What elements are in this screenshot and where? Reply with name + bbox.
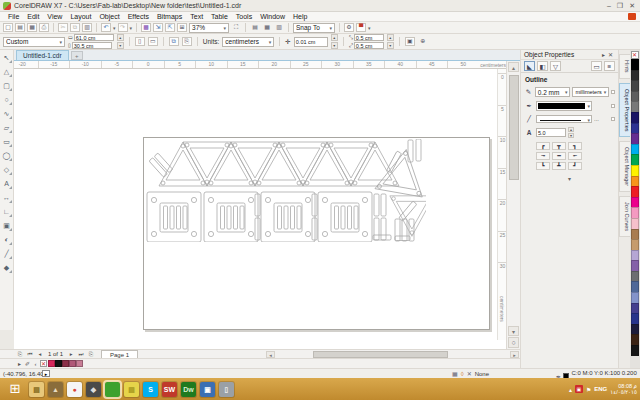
color-swatch[interactable] <box>62 360 69 367</box>
corner-style-button[interactable]: ╾ <box>568 152 582 160</box>
all-pages-button[interactable]: ⧉ <box>169 37 179 46</box>
menu-effects[interactable]: Effects <box>124 13 153 20</box>
tool-crop[interactable]: ▢ <box>1 80 12 91</box>
row-option-checkbox[interactable] <box>611 104 615 108</box>
scroll-down-arrow[interactable]: ▾ <box>508 326 519 336</box>
add-page-icon[interactable]: ⎘ <box>16 351 24 358</box>
taskbar-app-skype[interactable]: S <box>143 382 158 397</box>
search-content-button[interactable]: ▩ <box>141 23 151 32</box>
tool-freehand[interactable]: ∿ <box>1 108 12 119</box>
vertical-scroll-thumb[interactable] <box>509 75 519 180</box>
duplicate-y-field[interactable]: 0.5 cm <box>354 42 384 49</box>
color-swatch[interactable] <box>631 218 639 229</box>
save-button[interactable]: ▦ <box>27 23 37 32</box>
prev-page-button[interactable]: ◂ <box>36 351 44 357</box>
palette-scroll-left[interactable]: ‹ <box>32 361 39 367</box>
taskbar-app-chrome[interactable]: ● <box>67 382 82 397</box>
docker-expand-arrow[interactable]: ▾ <box>521 172 618 182</box>
color-swatch[interactable] <box>55 360 62 367</box>
taskbar-app-sticky-notes[interactable]: ▤ <box>124 382 139 397</box>
new-tab-button[interactable]: + <box>71 51 83 60</box>
menu-edit[interactable]: Edit <box>23 13 43 20</box>
tool-text[interactable]: A <box>1 178 12 189</box>
docker-tab-hints[interactable]: Hints <box>619 54 630 79</box>
antivirus-tray-icon[interactable]: ▣ <box>575 385 583 393</box>
row-option-checkbox[interactable] <box>611 90 615 94</box>
paste-button[interactable]: ▥ <box>82 23 92 32</box>
outline-tab-icon[interactable]: ◣ <box>524 61 535 71</box>
tool-ellipse[interactable]: ◯ <box>1 150 12 161</box>
add-page-after-icon[interactable]: ⎘ <box>87 351 95 358</box>
options-button[interactable]: ⚙ <box>344 23 354 32</box>
nudge-spin-down[interactable]: ▾ <box>331 42 338 49</box>
menu-bitmaps[interactable]: Bitmaps <box>153 13 186 20</box>
color-swatch[interactable] <box>631 292 639 303</box>
add-button[interactable]: ⊕ <box>418 37 428 46</box>
treat-as-filled-button[interactable]: ▣ <box>405 37 415 46</box>
docker-tab-join-curves[interactable]: Join Curves <box>619 196 630 237</box>
tool-shape[interactable]: △ <box>1 66 12 77</box>
color-swatch[interactable] <box>631 91 639 102</box>
next-page-button[interactable]: ▸ <box>67 351 75 357</box>
page-size-preset-combo[interactable]: Custom▾ <box>3 37 65 47</box>
color-swatch[interactable] <box>631 271 639 282</box>
page-height-field[interactable]: 30.5 cm <box>72 42 112 49</box>
document-tab[interactable]: Untitled-1.cdr <box>16 50 69 60</box>
horizontal-scroll-thumb[interactable] <box>313 351 448 358</box>
menu-window[interactable]: Window <box>256 13 289 20</box>
color-swatch[interactable] <box>631 176 639 187</box>
new-document-button[interactable]: ▢ <box>3 23 13 32</box>
taskbar-app-coreldraw[interactable] <box>105 382 120 397</box>
outline-width-combo[interactable]: 0.2 mm▾ <box>535 87 571 97</box>
snap-to-dropdown[interactable]: Snap To▾ <box>293 23 335 33</box>
tool-connector[interactable]: ∟ <box>1 206 12 217</box>
color-swatch[interactable] <box>631 239 639 250</box>
miter-limit-field[interactable]: 5.0 <box>536 128 566 137</box>
copy-button[interactable]: ⧉ <box>70 23 80 32</box>
first-page-button[interactable]: ⏮ <box>26 351 34 358</box>
menu-table[interactable]: Table <box>207 13 232 20</box>
duplicate-spin-up[interactable]: ▴ <box>387 34 394 41</box>
color-swatch[interactable] <box>631 133 639 144</box>
export-button[interactable]: ⇱ <box>165 23 175 32</box>
docker-close-button[interactable]: ✕ <box>608 51 613 58</box>
taskbar-app-file-explorer[interactable]: ▤ <box>29 382 44 397</box>
color-swatch[interactable] <box>631 207 639 218</box>
taskbar-app-inkscape[interactable]: ◆ <box>86 382 101 397</box>
summary-tab-icon[interactable]: ≡ <box>604 61 615 71</box>
line-style-combo[interactable]: ▾ <box>536 115 592 123</box>
color-swatch[interactable] <box>76 360 83 367</box>
color-swatch[interactable] <box>48 360 55 367</box>
nudge-field[interactable]: 0.01 cm <box>294 37 328 47</box>
vertical-scrollbar[interactable]: ▴ ▾ ○ <box>506 61 520 349</box>
frame-tab-icon[interactable]: ▭ <box>591 61 602 71</box>
palette-flyout-arrow[interactable]: ▸ <box>16 360 23 367</box>
eyedropper-icon[interactable]: ✐ <box>24 360 31 367</box>
color-swatch[interactable] <box>69 360 76 367</box>
color-swatch[interactable] <box>631 334 639 345</box>
application-launcher-button[interactable]: ⊞ <box>177 23 187 32</box>
hidden-icons-button[interactable]: ▴ <box>569 386 572 393</box>
docker-tab-object-properties[interactable]: Object Properties <box>619 83 630 138</box>
corner-style-button[interactable]: ┓ <box>568 142 582 150</box>
tool-parallel-dimension[interactable]: ↔ <box>1 192 12 203</box>
color-swatch[interactable] <box>631 260 639 271</box>
show-grid-button[interactable]: ▦ <box>262 23 272 32</box>
page-tab[interactable]: Page 1 <box>101 350 138 358</box>
color-swatch[interactable] <box>631 229 639 240</box>
duplicate-spin-down[interactable]: ▾ <box>387 42 394 49</box>
corner-style-button[interactable]: ┛ <box>568 162 582 170</box>
corner-style-button[interactable]: ┏ <box>536 142 550 150</box>
redo-button[interactable]: ↷ <box>118 23 128 32</box>
outline-color-combo[interactable]: ▾ <box>536 101 592 111</box>
docker-tab-object-manager[interactable]: Object Manager <box>619 141 630 192</box>
network-flag-icon[interactable]: ⚑ <box>586 386 591 393</box>
corner-style-button[interactable]: ┻ <box>552 162 566 170</box>
undo-button[interactable]: ↶ <box>101 23 111 32</box>
color-swatch[interactable] <box>631 80 639 91</box>
page-width-field[interactable]: 61.0 cm <box>74 34 114 41</box>
fill-tab-icon[interactable]: ◧ <box>537 61 548 71</box>
taskbar-app-hardware[interactable]: ▯ <box>219 382 234 397</box>
line-style-settings-button[interactable]: ... <box>594 116 599 122</box>
tool-interactive-fill[interactable]: ◆ <box>1 262 12 273</box>
